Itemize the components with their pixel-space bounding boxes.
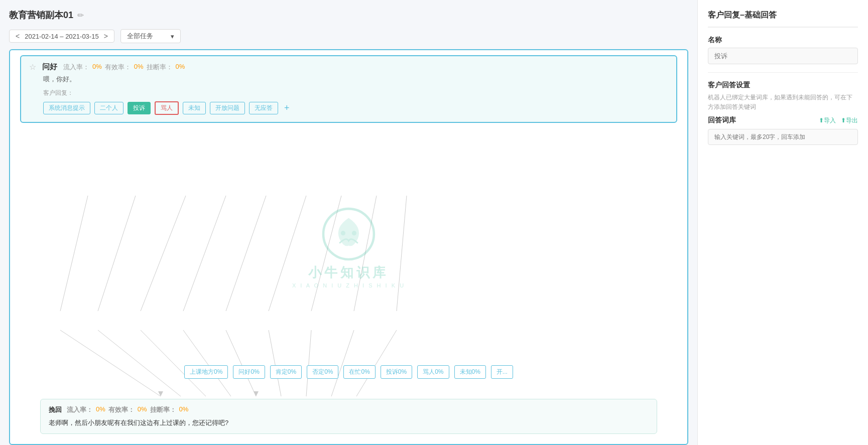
mid-tag[interactable]: 在忙0%	[343, 365, 375, 379]
reply-tag-开放问题[interactable]: 开放问题	[210, 102, 245, 114]
svg-line-14	[269, 330, 281, 396]
svg-line-7	[354, 196, 377, 311]
dict-actions: ⬆导入 ⬆导出	[819, 116, 858, 125]
task-select[interactable]: 全部任务 ▾	[120, 29, 181, 43]
name-input[interactable]	[708, 48, 858, 64]
right-panel: 客户回复–基础回答 名称 客户回答设置 机器人已绑定大量词库，如果遇到未能回答的…	[697, 0, 868, 445]
svg-point-20	[323, 209, 374, 259]
dict-header: 回答词库 ⬆导入 ⬆导出	[708, 116, 858, 125]
date-navigator: < 2021-02-14 – 2021-03-15 >	[9, 30, 114, 43]
date-range-label: 2021-02-14 – 2021-03-15	[25, 33, 98, 40]
svg-line-12	[183, 330, 231, 396]
svg-line-3	[183, 196, 226, 311]
svg-marker-19	[254, 391, 259, 396]
svg-line-9	[60, 330, 161, 396]
edit-icon[interactable]: ✏	[77, 11, 84, 20]
reply-tags: 系统消息提示二个人投诉骂人未知开放问题无应答+	[43, 101, 668, 115]
svg-line-5	[269, 196, 306, 311]
watermark-text-main: 小牛知识库	[308, 263, 389, 281]
svg-line-1	[98, 196, 136, 311]
svg-line-0	[60, 196, 88, 311]
svg-point-22	[352, 231, 356, 235]
mid-tag[interactable]: 上课地方0%	[184, 365, 228, 379]
svg-line-15	[306, 330, 311, 396]
reply-tag-二个人[interactable]: 二个人	[94, 102, 123, 114]
reply-tag-+[interactable]: +	[282, 103, 292, 113]
divider-1	[708, 72, 858, 73]
settings-desc: 机器人已绑定大量词库，如果遇到未能回答的，可在下方添加回答关键词	[708, 93, 858, 112]
date-next-button[interactable]: >	[103, 32, 109, 40]
mid-tag[interactable]: 肯定0%	[270, 365, 302, 379]
svg-line-2	[141, 196, 186, 311]
keyword-input[interactable]	[708, 129, 858, 145]
flow-canvas: 小牛知识库 X I A O N I U Z H I S H I K U ☆ 问好…	[9, 49, 688, 445]
hangup-label: 挂断率：	[147, 63, 173, 72]
top-node: ☆ 问好 流入率： 0% 有效率： 0% 挂断率： 0% 喂，你好。 客户回复：…	[20, 55, 677, 123]
svg-line-8	[397, 196, 407, 311]
node-stats: 流入率： 0% 有效率： 0% 挂断率： 0%	[63, 63, 185, 72]
import-button[interactable]: ⬆导入	[819, 116, 836, 125]
node-reply-label: 客户回复：	[43, 89, 668, 97]
reply-tag-投诉[interactable]: 投诉	[128, 102, 151, 114]
svg-line-4	[226, 196, 266, 311]
reply-tag-未知[interactable]: 未知	[183, 102, 206, 114]
mid-tag[interactable]: 骂人0%	[417, 365, 449, 379]
chevron-down-icon: ▾	[171, 33, 174, 40]
svg-line-13	[226, 330, 256, 396]
mid-tag[interactable]: 未知0%	[454, 365, 486, 379]
bottom-node: 挽回 流入率： 0% 有效率： 0% 挂断率： 0% 老师啊，然后小朋友呢有在我…	[40, 399, 657, 434]
bottom-node-title: 挽回 流入率： 0% 有效率： 0% 挂断率： 0%	[49, 405, 649, 414]
svg-line-6	[311, 196, 341, 311]
reply-tag-无应答[interactable]: 无应答	[249, 102, 278, 114]
dict-label: 回答词库	[708, 116, 736, 125]
right-panel-title: 客户回复–基础回答	[708, 10, 858, 28]
reply-tag-骂人[interactable]: 骂人	[155, 101, 179, 115]
date-prev-button[interactable]: <	[15, 32, 21, 40]
settings-label: 客户回答设置	[708, 81, 858, 90]
mid-tag[interactable]: 问好0%	[233, 365, 265, 379]
svg-line-11	[141, 330, 206, 396]
mid-tag[interactable]: 否定0%	[307, 365, 338, 379]
valid-label: 有效率：	[105, 63, 131, 72]
valid-val: 0%	[134, 63, 144, 72]
mid-tag[interactable]: 投诉0%	[381, 365, 412, 379]
flow-val: 0%	[92, 63, 102, 72]
node-greeting: 喂，你好。	[43, 75, 668, 84]
export-button[interactable]: ⬆导出	[841, 116, 858, 125]
mid-tags-row: 上课地方0%问好0%肯定0%否定0%在忙0%投诉0%骂人0%未知0%开...	[10, 365, 687, 379]
name-section-label: 名称	[708, 36, 858, 45]
mid-tag[interactable]: 开...	[491, 365, 513, 379]
star-icon[interactable]: ☆	[29, 62, 36, 72]
watermark: 小牛知识库 X I A O N I U Z H I S H I K U	[292, 206, 405, 288]
svg-line-16	[331, 330, 354, 396]
node-title: 问好	[42, 62, 57, 72]
task-select-label: 全部任务	[127, 32, 153, 41]
svg-marker-18	[158, 391, 163, 396]
watermark-text-sub: X I A O N I U Z H I S H I K U	[292, 282, 405, 288]
svg-line-10	[98, 330, 181, 396]
flow-label: 流入率：	[63, 63, 89, 72]
hangup-val: 0%	[176, 63, 185, 72]
reply-tag-系统消息提示[interactable]: 系统消息提示	[43, 102, 90, 114]
page-title: 教育营销副本01	[9, 9, 73, 21]
svg-line-17	[356, 330, 397, 396]
bottom-node-question: 老师啊，然后小朋友呢有在我们这边有上过课的，您还记得吧?	[49, 418, 649, 427]
svg-point-21	[341, 231, 345, 235]
